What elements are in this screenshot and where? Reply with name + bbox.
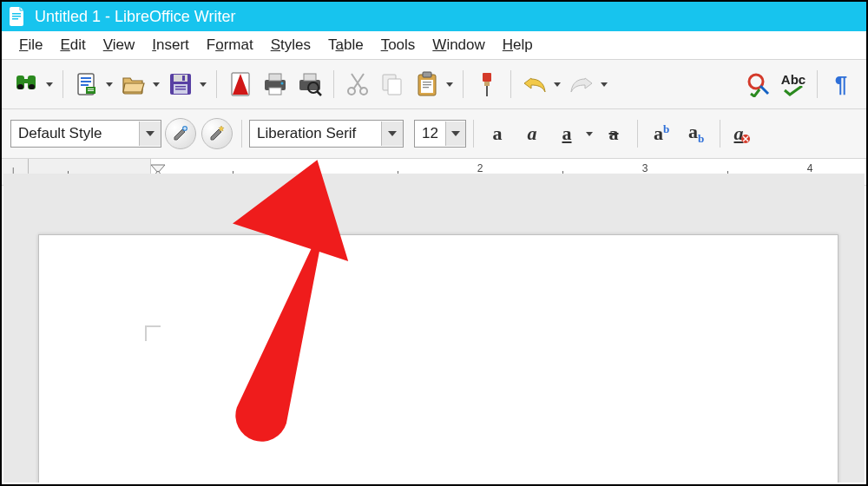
formatting-toolbar: Default Style Liberation Serif 12 a a a [2, 109, 866, 159]
menu-tools[interactable]: Tools [374, 33, 423, 57]
svg-rect-5 [23, 79, 29, 83]
ruler-number: 2 [477, 162, 483, 174]
window-title: Untitled 1 - LibreOffice Writer [35, 8, 235, 26]
subscript-button[interactable]: ab [680, 118, 713, 149]
open-dropdown[interactable] [150, 69, 162, 100]
font-name-field[interactable]: Liberation Serif [249, 120, 404, 148]
clear-formatting-button[interactable]: a [727, 118, 760, 149]
find-replace-button[interactable] [10, 69, 43, 100]
new-document-dropdown[interactable] [103, 69, 115, 100]
titlebar: Untitled 1 - LibreOffice Writer [2, 2, 866, 31]
paragraph-style-value: Default Style [11, 125, 108, 142]
subscript-icon: ab [688, 121, 704, 146]
svg-rect-40 [484, 82, 490, 86]
ruler-number: 3 [642, 162, 648, 174]
superscript-button[interactable]: ab [645, 118, 678, 149]
separator [637, 120, 638, 148]
redo-button[interactable] [565, 69, 598, 100]
redo-dropdown[interactable] [598, 69, 610, 100]
menu-window[interactable]: Window [425, 33, 491, 57]
autospellcheck-button[interactable]: Abc [777, 69, 810, 100]
strike-icon: a [609, 122, 619, 145]
svg-point-6 [17, 84, 23, 89]
separator [473, 120, 474, 148]
copy-button[interactable] [376, 69, 409, 100]
update-style-button[interactable] [165, 118, 196, 149]
svg-rect-0 [12, 13, 21, 15]
bold-icon: a [493, 122, 503, 145]
svg-point-25 [281, 82, 284, 85]
print-preview-button[interactable] [293, 69, 326, 100]
menu-help[interactable]: Help [496, 33, 540, 57]
menu-insert[interactable]: Insert [145, 33, 196, 57]
svg-rect-10 [81, 81, 91, 82]
save-dropdown[interactable] [197, 69, 209, 100]
spellcheck-label: Abc [781, 73, 806, 86]
undo-dropdown[interactable] [551, 69, 563, 100]
paste-dropdown[interactable] [444, 69, 456, 100]
svg-rect-1 [12, 16, 21, 17]
formatting-marks-button[interactable]: ¶ [825, 69, 858, 100]
svg-point-7 [29, 84, 35, 89]
underline-icon: a [562, 122, 572, 145]
superscript-icon: ab [654, 122, 669, 145]
export-pdf-button[interactable] [224, 69, 257, 100]
paste-button[interactable] [411, 69, 444, 100]
separator [216, 70, 217, 98]
open-button[interactable] [117, 69, 150, 100]
paragraph-style-dropdown-icon[interactable] [139, 122, 161, 146]
separator [333, 70, 334, 98]
menubar: File Edit View Insert Format Styles Tabl… [2, 31, 866, 60]
menu-file[interactable]: File [12, 33, 49, 57]
new-style-button[interactable] [201, 118, 233, 149]
find-dropdown[interactable] [43, 69, 56, 100]
bold-button[interactable]: a [481, 118, 514, 149]
font-size-field[interactable]: 12 [414, 120, 466, 148]
svg-rect-13 [88, 89, 94, 89]
separator [720, 120, 720, 148]
ruler-number: 4 [807, 162, 813, 174]
svg-point-29 [348, 88, 355, 95]
separator [463, 70, 464, 98]
new-document-button[interactable] [70, 69, 103, 100]
menu-format[interactable]: Format [200, 33, 260, 57]
font-name-dropdown-icon[interactable] [381, 122, 403, 146]
svg-rect-39 [483, 73, 491, 82]
svg-rect-37 [423, 84, 431, 85]
svg-rect-24 [269, 88, 281, 95]
strikethrough-button[interactable]: a [597, 118, 630, 149]
svg-rect-19 [175, 86, 186, 88]
svg-rect-11 [81, 84, 89, 86]
underline-button[interactable]: a [550, 118, 583, 149]
document-page[interactable] [38, 234, 838, 483]
font-size-dropdown-icon[interactable] [445, 122, 465, 146]
separator [510, 70, 511, 98]
svg-rect-34 [423, 72, 431, 77]
font-size-value: 12 [415, 125, 445, 142]
underline-dropdown[interactable] [583, 118, 595, 149]
svg-rect-32 [388, 79, 401, 95]
spellcheck-button[interactable] [742, 69, 775, 100]
save-button[interactable] [164, 69, 197, 100]
cut-button[interactable] [341, 69, 374, 100]
svg-rect-36 [423, 82, 431, 82]
clone-formatting-button[interactable] [470, 69, 503, 100]
menu-table[interactable]: Table [321, 33, 371, 57]
page-margin-corner-icon [145, 325, 161, 341]
svg-rect-2 [12, 18, 18, 20]
italic-button[interactable]: a [516, 118, 549, 149]
paragraph-style-field[interactable]: Default Style [10, 120, 161, 148]
svg-rect-9 [81, 77, 91, 79]
svg-rect-16 [174, 75, 187, 82]
menu-view[interactable]: View [96, 33, 142, 57]
separator [817, 70, 818, 98]
print-button[interactable] [259, 69, 292, 100]
svg-point-30 [360, 88, 367, 95]
separator [241, 120, 242, 148]
standard-toolbar: Abc ¶ [2, 60, 866, 109]
undo-button[interactable] [518, 69, 551, 100]
svg-rect-23 [269, 74, 281, 81]
menu-styles[interactable]: Styles [264, 33, 318, 57]
menu-edit[interactable]: Edit [53, 33, 92, 57]
svg-rect-14 [88, 90, 94, 91]
